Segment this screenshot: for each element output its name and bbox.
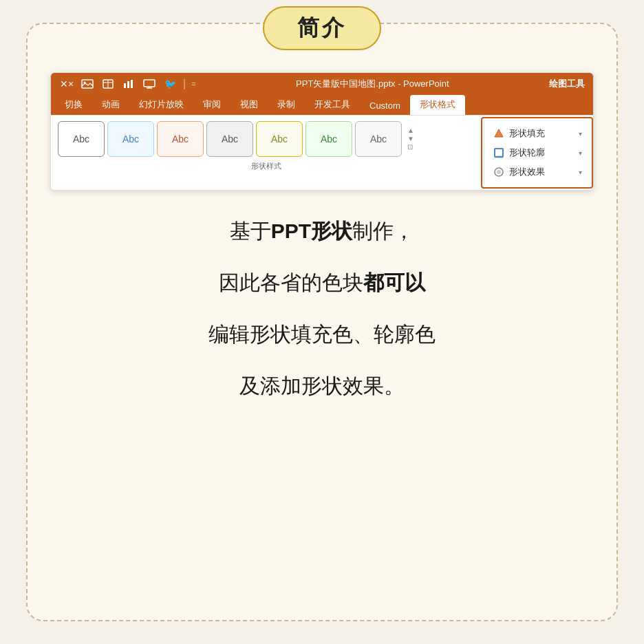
tab-record[interactable]: 录制 bbox=[268, 95, 305, 115]
effects-dropdown-arrow: ▾ bbox=[579, 169, 582, 176]
icon-chart bbox=[121, 76, 136, 92]
icon-table bbox=[100, 76, 116, 92]
ribbon-titlebar: ✕× 🐦 | = PPT矢量版中国地图.pptx - PowerPoint bbox=[51, 73, 593, 95]
shape-style-3[interactable]: Abc bbox=[157, 121, 204, 157]
svg-rect-7 bbox=[131, 80, 133, 88]
ppt-ribbon: ✕× 🐦 | = PPT矢量版中国地图.pptx - PowerPoint bbox=[50, 72, 594, 191]
shape-fill-btn[interactable]: 形状填充 ▾ bbox=[490, 125, 585, 142]
titlebar-icons: ✕× 🐦 | = bbox=[59, 76, 196, 92]
text-line-1: 基于PPT形状制作， bbox=[208, 211, 436, 250]
tab-animation[interactable]: 动画 bbox=[92, 95, 129, 115]
file-title: PPT矢量版中国地图.pptx - PowerPoint bbox=[204, 78, 541, 90]
svg-rect-12 bbox=[495, 149, 503, 157]
text-line-3: 编辑形状填充色、轮廓色 bbox=[208, 314, 436, 354]
shape-effects-btn[interactable]: 形状效果 ▾ bbox=[490, 164, 585, 180]
tool-label: 绘图工具 bbox=[549, 78, 585, 90]
svg-point-15 bbox=[497, 170, 501, 174]
shape-outline-btn[interactable]: 形状轮廓 ▾ bbox=[490, 144, 585, 161]
ribbon-right-panel: 形状填充 ▾ 形状轮廓 ▾ bbox=[484, 121, 590, 184]
shape-fill-label: 形状填充 bbox=[509, 128, 575, 140]
icon-scissors: ✕× bbox=[59, 76, 74, 92]
scroll-up-arrow[interactable]: ▲ bbox=[407, 127, 414, 134]
tab-custom[interactable]: Custom bbox=[360, 97, 410, 115]
shape-fill-icon bbox=[493, 127, 505, 140]
section-label: 形状样式 bbox=[58, 160, 474, 171]
text-prefix: 基于 bbox=[230, 219, 271, 242]
scroll-arrows: ▲ ▼ ⊡ bbox=[405, 127, 417, 151]
outline-dropdown-arrow: ▾ bbox=[579, 149, 582, 157]
shape-styles-row: Abc Abc Abc Abc Abc Abc bbox=[58, 121, 474, 157]
icon-image bbox=[80, 76, 95, 92]
shape-style-6[interactable]: Abc bbox=[305, 121, 352, 157]
svg-rect-6 bbox=[127, 81, 129, 88]
svg-rect-8 bbox=[144, 80, 155, 87]
titlebar-separator: | bbox=[183, 78, 186, 90]
text-line-2: 因此各省的色块都可以 bbox=[208, 263, 436, 302]
shape-outline-icon bbox=[493, 147, 505, 159]
shape-outline-label: 形状轮廓 bbox=[509, 147, 575, 159]
ribbon-content: Abc Abc Abc Abc Abc Abc bbox=[51, 115, 593, 190]
icon-monitor bbox=[142, 76, 157, 92]
main-card: 简介 ✕× 🐦 | = bbox=[26, 23, 618, 621]
shape-style-4[interactable]: Abc bbox=[206, 121, 253, 157]
scroll-down-arrow[interactable]: ▼ bbox=[407, 136, 414, 142]
text-line-4: 及添加形状效果。 bbox=[208, 366, 436, 405]
text-suffix: 制作， bbox=[352, 219, 414, 242]
fill-dropdown-arrow: ▾ bbox=[579, 130, 582, 138]
text-bold-1: PPT形状 bbox=[271, 219, 352, 242]
main-content: 基于PPT形状制作， 因此各省的色块都可以 编辑形状填充色、轮廓色 及添加形状效… bbox=[167, 191, 477, 434]
text-line2-normal: 因此各省的色块 bbox=[219, 271, 363, 294]
right-panel-outline: 形状填充 ▾ 形状轮廓 ▾ bbox=[481, 117, 593, 189]
shape-style-2[interactable]: Abc bbox=[107, 121, 154, 157]
quick-access-label: = bbox=[191, 80, 195, 88]
svg-rect-5 bbox=[124, 83, 126, 88]
tab-slideshow[interactable]: 幻灯片放映 bbox=[129, 95, 193, 115]
tab-view[interactable]: 视图 bbox=[230, 95, 268, 115]
title-badge: 简介 bbox=[263, 6, 381, 50]
shape-style-7[interactable]: Abc bbox=[355, 121, 402, 157]
shape-effects-label: 形状效果 bbox=[509, 167, 575, 178]
ribbon-tab-bar: 切换 动画 幻灯片放映 审阅 视图 录制 开发工具 Custom 形状格式 bbox=[51, 95, 593, 115]
icon-bird: 🐦 bbox=[162, 76, 178, 92]
shapes-section: Abc Abc Abc Abc Abc Abc bbox=[51, 116, 481, 190]
tab-switch[interactable]: 切换 bbox=[55, 95, 92, 115]
text-bold-2: 都可以 bbox=[363, 271, 425, 294]
title-text: 简介 bbox=[297, 15, 347, 40]
tab-shape-format[interactable]: 形状格式 bbox=[410, 95, 465, 115]
scroll-expand-arrow[interactable]: ⊡ bbox=[407, 144, 414, 151]
tab-developer[interactable]: 开发工具 bbox=[305, 95, 360, 115]
shape-style-5[interactable]: Abc bbox=[256, 121, 303, 157]
svg-marker-11 bbox=[495, 129, 503, 137]
shape-style-1[interactable]: Abc bbox=[58, 121, 105, 157]
shape-effects-icon bbox=[493, 166, 505, 178]
tab-review[interactable]: 审阅 bbox=[193, 95, 230, 115]
